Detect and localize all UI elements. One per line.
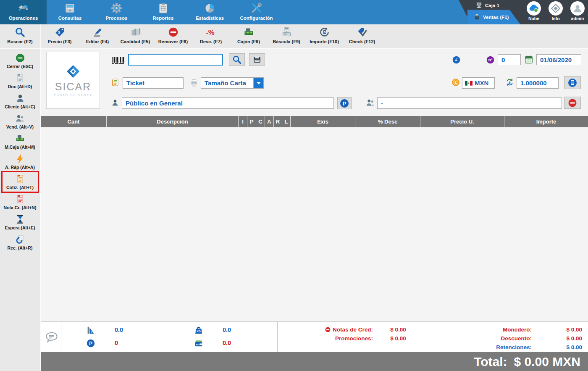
svg-text:$: $ [324, 30, 326, 34]
customer-input[interactable] [122, 97, 334, 109]
left-sidebar: OK Cerrar (ESC) Doc (Alt+D) Cliente (Alt… [0, 49, 41, 371]
tool-item-importe-f10[interactable]: $ Importe (F10) [305, 24, 343, 48]
pencil-icon [92, 26, 103, 38]
svg-text:KG: KG [197, 330, 201, 333]
menu-item-operaciones[interactable]: Operaciones [0, 0, 47, 24]
brand-name: SICAR [55, 81, 91, 93]
menu-item-consultas[interactable]: Consultas [47, 0, 93, 24]
action-toolbar: Buscar (F2) $ Precio (F3) Editar (F4) Ca… [0, 24, 588, 49]
currency-value: MXN [475, 79, 488, 87]
items-table-body [41, 127, 588, 321]
quick-item-info[interactable]: Info [549, 1, 563, 21]
sidebar-item-espera-alt-e[interactable]: Espera (Alt+E) [2, 212, 38, 232]
points-icon: P [86, 339, 95, 348]
print-device-button[interactable] [249, 53, 265, 66]
sidebar-item-vend-alt-v[interactable]: Vend. (Alt+V) [2, 111, 38, 132]
p-circle-icon: P [339, 98, 349, 108]
comment-icon[interactable] [45, 331, 59, 344]
pie-chart-icon [204, 3, 215, 14]
menu-item-procesos[interactable]: Procesos [93, 0, 140, 24]
sidebar-item-cerrar-esc[interactable]: OK Cerrar (ESC) [2, 51, 38, 71]
column-header-importe: Importe [504, 116, 588, 127]
search-product-button[interactable] [229, 53, 245, 66]
remove-seller-button[interactable] [564, 97, 581, 109]
search-icon [232, 55, 242, 65]
print-format-select[interactable]: Tamaño Carta [201, 77, 264, 89]
cash-drawer-icon [15, 134, 25, 144]
svg-text:P: P [343, 100, 346, 107]
recover-icon [15, 234, 25, 245]
summary-right: Monedero: $ 0.00 Descuento: $ 0.00 Reten… [437, 325, 584, 352]
sicar-logo: SICAR PUNTO DE VENTA [46, 52, 100, 109]
points-button[interactable]: P [337, 97, 352, 109]
station-indicator: Caja 1 [475, 1, 499, 9]
column-header-precio-u: Precio U. [420, 116, 504, 127]
ventas-tab-label: Ventas (F1) [483, 15, 509, 20]
gear-icon [111, 3, 122, 14]
document-red-icon [15, 194, 25, 204]
lightning-icon [15, 154, 25, 164]
remove-icon [168, 26, 179, 38]
quick-item-admin[interactable]: admin [570, 1, 585, 21]
exchange-rate-input[interactable] [517, 77, 559, 89]
sidebar-item-nota-cr-alt-n[interactable]: Nota Cr. (Alt+N) [2, 192, 38, 212]
printer-icon [190, 78, 198, 88]
sidebar-item-cotiz-alt-t[interactable]: Cotiz. (Alt+T) [2, 172, 38, 192]
date-input[interactable] [536, 54, 581, 65]
total-bar: Total: $ 0.00 MXN [41, 352, 588, 371]
numero-circle-icon: Nº [486, 55, 495, 64]
hourglass-icon [15, 214, 25, 224]
svg-text:Nº: Nº [488, 58, 493, 62]
sidebar-item-rec-alt-r[interactable]: Rec. (Alt+R) [2, 232, 38, 253]
discount-icon: -% [205, 26, 217, 38]
menu-item-reportes[interactable]: Reportes [140, 0, 186, 24]
topbar-right: Caja 1 Ventas (F1) Nube Info admin [456, 0, 588, 24]
barcode-input[interactable] [128, 54, 223, 66]
sidebar-item-m-caja-alt-m[interactable]: M.Caja (Alt+M) [2, 132, 38, 152]
tool-item-precio-f3[interactable]: $ Precio (F3) [41, 24, 79, 48]
register-icon [473, 13, 480, 21]
customer-icon [111, 98, 119, 108]
tool-item-buscar-f2[interactable]: Buscar (F2) [0, 24, 41, 48]
coin-icon: $ [452, 78, 460, 87]
sidebar-item-cliente-alt-c[interactable]: Cliente (Alt+C) [2, 91, 38, 111]
tool-item-desc-f7[interactable]: -% Desc. (F7) [192, 24, 230, 48]
menu-item-estad-sticas[interactable]: Estadísticas [186, 0, 233, 24]
ok-circle-icon: OK [15, 53, 25, 63]
tool-item-editar-f4[interactable]: Editar (F4) [79, 24, 116, 48]
menu-item-configuraci-n[interactable]: Configuración [233, 0, 280, 24]
ticket-stack-icon [110, 78, 121, 88]
chevron-down-icon[interactable] [253, 78, 263, 88]
seller-input[interactable] [377, 97, 562, 109]
people-icon [15, 113, 25, 124]
wallet-total: 0.0 [223, 339, 256, 346]
brand-tagline: PUNTO DE VENTA [54, 94, 92, 97]
calendar-icon [524, 55, 533, 65]
tool-item-check-f12[interactable]: Check (F12) [343, 24, 381, 48]
summary-row-retenciones: Retenciones: $ 0.00 [437, 343, 584, 352]
minus-circle-icon [567, 98, 578, 108]
column-header-a: A [265, 116, 273, 127]
tool-item-remover-f6[interactable]: Remover (F6) [154, 24, 192, 48]
svg-text:OK: OK [17, 56, 23, 60]
currency-field[interactable]: MXN [462, 77, 495, 89]
top-menu-bar: Operaciones Consultas Procesos Reportes … [0, 0, 588, 24]
tool-item-b-scula-f9[interactable]: Báscula (F9) [268, 24, 305, 48]
info-icon [550, 3, 561, 14]
check-tag-icon [357, 26, 368, 38]
sidebar-item-a-r-p-alt-a[interactable]: A. Ráp (Alt+A) [2, 152, 38, 172]
sidebar-item-doc-alt-d[interactable]: Doc (Alt+D) [2, 71, 38, 91]
folio-input[interactable] [498, 54, 521, 65]
wallet-icon: ec [194, 339, 203, 348]
quick-item-nube[interactable]: Nube [527, 1, 541, 21]
quick-items: Nube Info admin [527, 1, 585, 21]
divider [61, 322, 61, 353]
document-type-input[interactable] [123, 77, 184, 89]
tool-item-caj-n-f8[interactable]: Cajón (F8) [230, 24, 268, 48]
search-icon [14, 26, 26, 38]
svg-text:$: $ [58, 30, 60, 34]
print-format-value: Tamaño Carta [201, 79, 253, 87]
tools-icon [251, 3, 262, 14]
calculator-button[interactable] [564, 76, 581, 89]
tool-item-cantidad-f5[interactable]: Cantidad (F5) [116, 24, 154, 48]
